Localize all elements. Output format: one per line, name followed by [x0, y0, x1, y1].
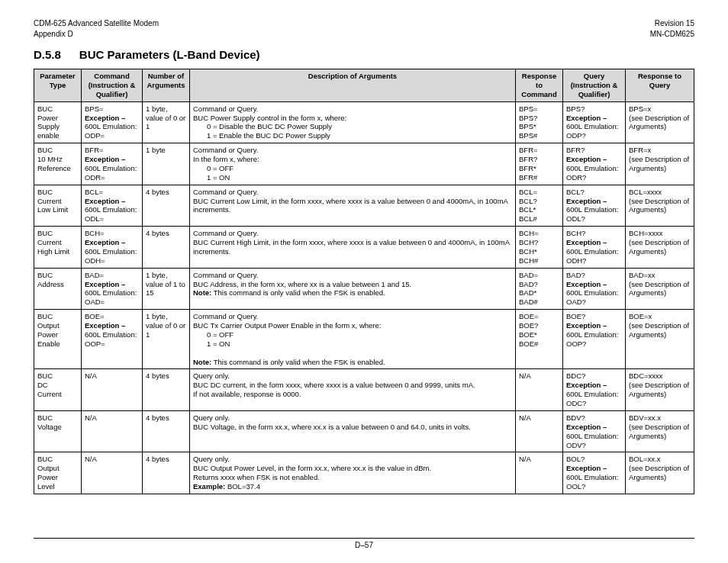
- table-row: BUCPower Supply enableBPS=Exception –600…: [34, 101, 694, 143]
- cell-command: N/A: [82, 452, 143, 494]
- table-row: BUCAddressBAD=Exception –600L Emulation:…: [34, 268, 694, 310]
- cell-command: BCL=Exception –600L Emulation:ODL=: [82, 185, 143, 227]
- section-number: D.5.8: [34, 48, 61, 61]
- cell-resp-cmd: BOE=BOE?BOE*BOE#: [516, 310, 563, 369]
- cell-param-type: BUCPower Supply enable: [34, 101, 82, 143]
- cell-resp-cmd: N/A: [516, 369, 563, 411]
- cell-description: Command or Query.BUC Address, in the for…: [190, 268, 516, 310]
- section-text: BUC Parameters (L-Band Device): [79, 48, 260, 61]
- cell-resp-cmd: N/A: [516, 410, 563, 452]
- page-footer: D–57: [34, 538, 694, 549]
- col-param-type: Parameter Type: [34, 69, 82, 102]
- cell-nargs: 4 bytes: [143, 185, 190, 227]
- cell-nargs: 4 bytes: [143, 410, 190, 452]
- table-row: BUC10 MHzReferenceBFR=Exception –600L Em…: [34, 143, 694, 185]
- cell-param-type: BUCOutput PowerEnable: [34, 310, 82, 369]
- cell-command: N/A: [82, 369, 143, 411]
- cell-query: BDC?Exception –600L Emulation:ODC?: [563, 369, 626, 411]
- cell-nargs: 1 byte: [143, 143, 190, 185]
- cell-param-type: BUC10 MHzReference: [34, 143, 82, 185]
- cell-command: BAD=Exception –600L Emulation:OAD=: [82, 268, 143, 310]
- cell-param-type: BUCAddress: [34, 268, 82, 310]
- cell-nargs: 4 bytes: [143, 227, 190, 269]
- cell-param-type: BUCDCCurrent: [34, 369, 82, 411]
- header-left: CDM-625 Advanced Satellite Modem Appendi…: [34, 18, 159, 39]
- hdr-l2: Appendix D: [34, 30, 73, 38]
- cell-resp-qry: BAD=xx(see Description of Arguments): [626, 268, 694, 310]
- cell-command: BPS=Exception –600L Emulation:ODP=: [82, 101, 143, 143]
- cell-query: BPS?Exception –600L Emulation:ODP?: [563, 101, 626, 143]
- cell-resp-qry: BFR=x(see Description of Arguments): [626, 143, 694, 185]
- cell-param-type: BUCCurrentLow Limit: [34, 185, 82, 227]
- col-command: Command (Instruction & Qualifier): [82, 69, 143, 102]
- cell-resp-qry: BDC=xxxx(see Description of Arguments): [626, 369, 694, 411]
- table-row: BUCDCCurrentN/A4 bytesQuery only.BUC DC …: [34, 369, 694, 411]
- col-nargs: Number of Arguments: [143, 69, 190, 102]
- cell-nargs: 1 byte, value of 1 to 15: [143, 268, 190, 310]
- cell-resp-qry: BCH=xxxx(see Description of Arguments): [626, 227, 694, 269]
- cell-description: Query only.BUC Output Power Level, in th…: [190, 452, 516, 494]
- table-row: BUCCurrentHigh LimitBCH=Exception –600L …: [34, 227, 694, 269]
- cell-resp-qry: BDV=xx.x(see Description of Arguments): [626, 410, 694, 452]
- cell-resp-qry: BOE=x(see Description of Arguments): [626, 310, 694, 369]
- cell-description: Query only.BUC DC current, in the form x…: [190, 369, 516, 411]
- cell-description: Command or Query.BUC Current Low Limit, …: [190, 185, 516, 227]
- cell-query: BDV?Exception –600L Emulation:ODV?: [563, 410, 626, 452]
- cell-nargs: 1 byte, value of 0 or 1: [143, 310, 190, 369]
- cell-command: N/A: [82, 410, 143, 452]
- table-row: BUCVoltageN/A4 bytesQuery only.BUC Volta…: [34, 410, 694, 452]
- cell-nargs: 4 bytes: [143, 452, 190, 494]
- hdr-l1: CDM-625 Advanced Satellite Modem: [34, 19, 159, 27]
- cell-resp-cmd: BCH=BCH?BCH*BCH#: [516, 227, 563, 269]
- section-title: D.5.8BUC Parameters (L-Band Device): [34, 48, 694, 61]
- table-header-row: Parameter Type Command (Instruction & Qu…: [34, 69, 694, 102]
- cell-query: BAD?Exception –600L Emulation:OAD?: [563, 268, 626, 310]
- cell-param-type: BUCVoltage: [34, 410, 82, 452]
- header-right: Revision 15 MN-CDM625: [650, 18, 694, 39]
- cell-command: BOE=Exception –600L Emulation:OOP=: [82, 310, 143, 369]
- cell-resp-qry: BPS=x(see Description of Arguments): [626, 101, 694, 143]
- parameters-table: Parameter Type Command (Instruction & Qu…: [34, 69, 694, 494]
- cell-resp-cmd: BAD=BAD?BAD*BAD#: [516, 268, 563, 310]
- cell-query: BFR?Exception –600L Emulation:ODR?: [563, 143, 626, 185]
- table-row: BUCOutput PowerLevelN/A4 bytesQuery only…: [34, 452, 694, 494]
- cell-description: Command or Query.BUC Tx Carrier Output P…: [190, 310, 516, 369]
- cell-resp-cmd: BCL=BCL?BCL*BCL#: [516, 185, 563, 227]
- cell-command: BFR=Exception –600L Emulation:ODR=: [82, 143, 143, 185]
- col-resp-qry: Response to Query: [626, 69, 694, 102]
- cell-query: BCH?Exception –600L Emulation:ODH?: [563, 227, 626, 269]
- page-header: CDM-625 Advanced Satellite Modem Appendi…: [34, 18, 694, 39]
- hdr-r2: MN-CDM625: [650, 30, 694, 38]
- hdr-r1: Revision 15: [655, 19, 694, 27]
- cell-query: BOE?Exception –600L Emulation:OOP?: [563, 310, 626, 369]
- cell-nargs: 4 bytes: [143, 369, 190, 411]
- col-desc: Description of Arguments: [190, 69, 516, 102]
- col-query: Query (Instruction & Qualifier): [563, 69, 626, 102]
- cell-param-type: BUCOutput PowerLevel: [34, 452, 82, 494]
- cell-query: BOL?Exception –600L Emulation:OOL?: [563, 452, 626, 494]
- cell-description: Command or Query.BUC Power Supply contro…: [190, 101, 516, 143]
- cell-param-type: BUCCurrentHigh Limit: [34, 227, 82, 269]
- cell-nargs: 1 byte, value of 0 or 1: [143, 101, 190, 143]
- cell-resp-qry: BCL=xxxx(see Description of Arguments): [626, 185, 694, 227]
- cell-query: BCL?Exception –600L Emulation:ODL?: [563, 185, 626, 227]
- cell-resp-cmd: N/A: [516, 452, 563, 494]
- table-row: BUCCurrentLow LimitBCL=Exception –600L E…: [34, 185, 694, 227]
- cell-resp-cmd: BFR=BFR?BFR*BFR#: [516, 143, 563, 185]
- col-resp-cmd: Response to Command: [516, 69, 563, 102]
- cell-resp-cmd: BPS=BPS?BPS*BPS#: [516, 101, 563, 143]
- table-row: BUCOutput PowerEnableBOE=Exception –600L…: [34, 310, 694, 369]
- page-number: D–57: [355, 541, 373, 549]
- cell-resp-qry: BOL=xx.x(see Description of Arguments): [626, 452, 694, 494]
- cell-description: Command or Query.BUC Current High Limit,…: [190, 227, 516, 269]
- cell-description: Query only.BUC Voltage, in the form xx.x…: [190, 410, 516, 452]
- cell-description: Command or Query.In the form x, where:0 …: [190, 143, 516, 185]
- cell-command: BCH=Exception –600L Emulation:ODH=: [82, 227, 143, 269]
